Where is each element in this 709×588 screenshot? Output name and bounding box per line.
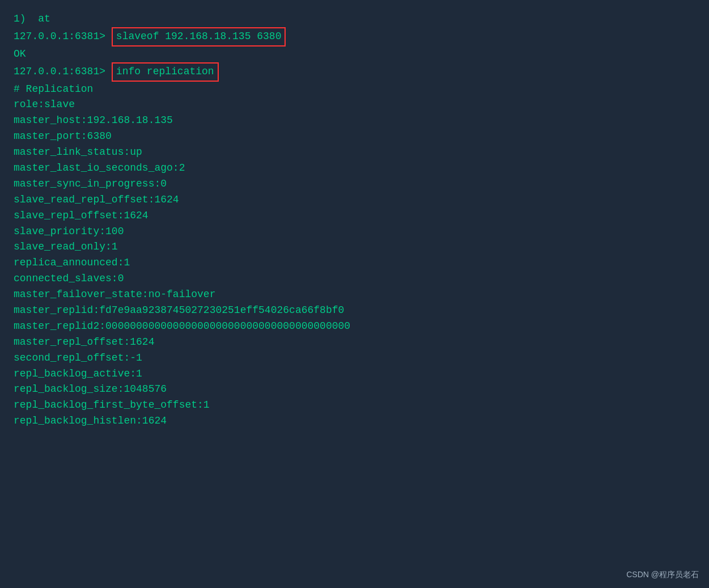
master-replid2-text: master_replid2:0000000000000000000000000…	[14, 319, 350, 335]
line-comment: 1) at	[14, 11, 695, 27]
line-master-replid2: master_replid2:0000000000000000000000000…	[14, 319, 695, 335]
line-info-replication-command: 127.0.0.1:6381> info replication	[14, 62, 695, 82]
master-last-io-text: master_last_io_seconds_ago:2	[14, 160, 185, 176]
comment-text: 1) at	[14, 11, 50, 27]
line-master-port: master_port:6380	[14, 129, 695, 145]
line-repl-backlog-histlen: repl_backlog_histlen:1624	[14, 413, 695, 429]
line-master-failover-state: master_failover_state:no-failover	[14, 287, 695, 303]
line-role: role:slave	[14, 97, 695, 113]
line-replication-header: # Replication	[14, 82, 695, 98]
line-slave-read-repl-offset: slave_read_repl_offset:1624	[14, 192, 695, 208]
line-slaveof-command: 127.0.0.1:6381> slaveof 192.168.18.135 6…	[14, 27, 695, 46]
line-ok: OK	[14, 46, 695, 62]
slave-priority-text: slave_priority:100	[14, 224, 124, 240]
connected-slaves-text: connected_slaves:0	[14, 271, 124, 287]
second-repl-offset-text: second_repl_offset:-1	[14, 350, 142, 366]
slave-read-only-text: slave_read_only:1	[14, 239, 118, 255]
line-master-host: master_host:192.168.18.135	[14, 113, 695, 129]
line-repl-backlog-first-byte-offset: repl_backlog_first_byte_offset:1	[14, 397, 695, 413]
master-host-text: master_host:192.168.18.135	[14, 113, 173, 129]
watermark: CSDN @程序员老石	[626, 569, 699, 581]
line-slave-priority: slave_priority:100	[14, 224, 695, 240]
line-master-repl-offset: master_repl_offset:1624	[14, 335, 695, 350]
repl-backlog-first-byte-offset-text: repl_backlog_first_byte_offset:1	[14, 397, 210, 413]
role-text: role:slave	[14, 97, 75, 113]
line-repl-backlog-active: repl_backlog_active:1	[14, 366, 695, 382]
repl-backlog-active-text: repl_backlog_active:1	[14, 366, 142, 382]
prompt-1: 127.0.0.1:6381>	[14, 29, 112, 45]
replica-announced-text: replica_announced:1	[14, 255, 130, 271]
repl-backlog-histlen-text: repl_backlog_histlen:1624	[14, 413, 167, 429]
master-failover-state-text: master_failover_state:no-failover	[14, 287, 215, 303]
line-connected-slaves: connected_slaves:0	[14, 271, 695, 287]
line-replica-announced: replica_announced:1	[14, 255, 695, 271]
master-replid-text: master_replid:fd7e9aa9238745027230251eff…	[14, 303, 344, 319]
line-master-replid: master_replid:fd7e9aa9238745027230251eff…	[14, 303, 695, 319]
line-slave-read-only: slave_read_only:1	[14, 239, 695, 255]
slaveof-cmd-highlight: slaveof 192.168.18.135 6380	[112, 27, 286, 46]
info-replication-cmd-highlight: info replication	[112, 62, 219, 82]
line-master-last-io: master_last_io_seconds_ago:2	[14, 160, 695, 176]
line-master-link-status: master_link_status:up	[14, 145, 695, 160]
prompt-2: 127.0.0.1:6381>	[14, 64, 112, 80]
master-repl-offset-text: master_repl_offset:1624	[14, 335, 154, 350]
master-port-text: master_port:6380	[14, 129, 112, 145]
terminal-window: 1) at 127.0.0.1:6381> slaveof 192.168.18…	[0, 0, 709, 588]
master-sync-text: master_sync_in_progress:0	[14, 176, 167, 192]
master-link-status-text: master_link_status:up	[14, 145, 142, 160]
replication-header-text: # Replication	[14, 82, 93, 98]
line-second-repl-offset: second_repl_offset:-1	[14, 350, 695, 366]
slave-repl-offset-text: slave_repl_offset:1624	[14, 208, 148, 224]
line-slave-repl-offset: slave_repl_offset:1624	[14, 208, 695, 224]
repl-backlog-size-text: repl_backlog_size:1048576	[14, 382, 167, 397]
line-repl-backlog-size: repl_backlog_size:1048576	[14, 382, 695, 397]
line-master-sync: master_sync_in_progress:0	[14, 176, 695, 192]
slave-read-repl-offset-text: slave_read_repl_offset:1624	[14, 192, 179, 208]
ok-text: OK	[14, 46, 26, 62]
